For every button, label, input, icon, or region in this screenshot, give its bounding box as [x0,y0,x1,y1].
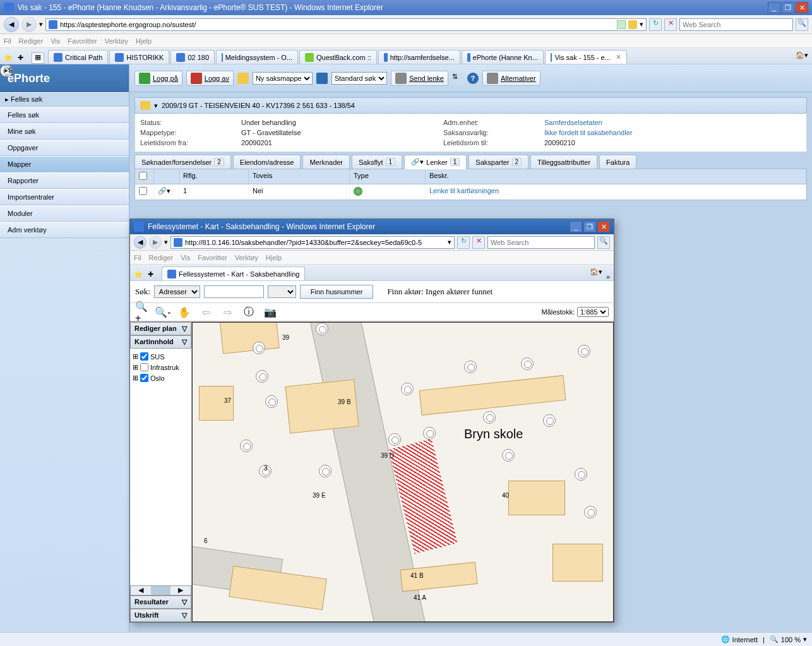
col-type[interactable]: Type [350,169,426,184]
nav-mine-søk[interactable]: Mine søk [0,123,129,140]
standard-sok-select[interactable]: Standard søk [331,72,387,85]
close-button[interactable]: ✕ [796,2,808,13]
search-icon[interactable] [316,73,328,84]
layer-item[interactable]: ⊞Oslo [133,373,189,383]
dropdown-icon[interactable]: ▾ [154,102,158,110]
acc-rediger-plan[interactable]: Rediger plan▽ [130,322,191,335]
zoom-in-icon[interactable]: 🔍+ [135,306,148,318]
expand-icon[interactable]: ⊞ [133,363,138,371]
search-input[interactable] [683,21,790,28]
menu-verktoy[interactable]: Verktøy [235,254,258,261]
nav-rapporter[interactable]: Rapporter [0,172,129,189]
tab-meldingssystem[interactable]: Meldingssystem - O... [216,50,298,64]
tab-samferdsel[interactable]: http://samferdselse... [378,50,460,64]
acc-utskrift[interactable]: Utskrift▽ [130,609,191,622]
expand-icon[interactable]: ⊞ [133,352,138,361]
home-icon[interactable]: 🏠▾ [590,268,602,280]
layer-checkbox[interactable] [140,352,148,361]
menu-rediger[interactable]: Rediger [149,254,174,261]
info-icon[interactable]: ⓘ [242,306,255,318]
popup-back-button[interactable]: ◀ [134,236,146,249]
map-canvas[interactable]: 39 37 39 B 39 D 39 E 3 6 40 41 B 41 A Br… [192,322,614,622]
row-beskr-link[interactable]: Lenke til kartløsningen [426,184,806,200]
popup-minimize-button[interactable]: _ [570,221,582,232]
add-favorite-icon[interactable]: ✚ [148,270,158,280]
doc-tab[interactable]: Eiendom/adresse [233,155,301,169]
col-beskr[interactable]: Beskr. [426,169,806,184]
doc-tab[interactable]: Saksparter 2 [469,155,528,169]
layer-item[interactable]: ⊞Infrastruk [133,362,189,373]
forward-button[interactable]: ▶ [21,17,37,32]
stop-button[interactable]: ✕ [664,18,677,31]
alternativer-button[interactable]: Alternativer [482,71,540,86]
search-box[interactable] [679,18,793,31]
url-dropdown-icon[interactable]: ▾ [640,20,643,28]
doc-tab[interactable]: Tilleggsattributter [530,155,597,169]
send-lenke-button[interactable]: Send lenke [391,71,448,86]
nav-oppgaver[interactable]: Oppgaver [0,140,129,156]
dropdown-icon[interactable]: ▾ [39,20,43,28]
next-extent-icon[interactable]: ⇨ [221,306,234,318]
sok-address-input[interactable] [204,285,264,298]
zoom-control[interactable]: 🔍100 % ▾ [770,635,807,643]
logg-av-button[interactable]: Logg av [186,71,234,86]
tab-02180[interactable]: 02 180 [170,50,215,64]
ny-saksmappe-select[interactable]: Ny saksmappe [253,72,313,85]
select-all-checkbox[interactable] [139,172,147,180]
popup-tab[interactable]: Fellessystemet - Kart - Saksbehandling [162,266,305,280]
popup-refresh-button[interactable]: ↻ [457,236,470,249]
favorites-star-icon[interactable]: ⭐ [134,270,144,280]
layer-checkbox[interactable] [140,374,148,382]
ssl-cert-icon[interactable] [617,20,626,29]
nav-adm-verktøy[interactable]: Adm verktøy [0,222,129,238]
folder-icon[interactable] [237,73,249,84]
tab-ephorte[interactable]: ePhorte (Hanne Kn... [462,50,544,64]
scroll-right-icon[interactable]: ▶ [170,586,191,595]
doc-tab[interactable]: Søknader/forsendelser 2 [134,155,231,169]
search-button[interactable]: 🔍 [796,18,808,31]
scroll-bar[interactable]: ◀▶ [130,585,191,595]
doc-tab[interactable]: Faktura [599,155,636,169]
col-toveis[interactable]: Toveis [249,169,350,184]
url-dropdown-icon[interactable]: ▾ [448,238,451,246]
popup-stop-button[interactable]: ✕ [472,236,485,249]
link-row-icon[interactable]: 🔗▾ [158,187,170,194]
tab-questback[interactable]: QuestBack.com :: [299,50,377,64]
dropdown-icon[interactable]: ▾ [164,238,168,246]
logg-pa-button[interactable]: Logg på [134,71,182,86]
popup-url-input[interactable] [185,239,445,246]
col-rflg[interactable]: Rflg. [179,169,249,184]
popup-address-bar[interactable]: ▾ [170,236,455,249]
more-icon[interactable]: » [606,273,610,280]
acc-kartinnhold[interactable]: Kartinnhold▽ [130,335,191,349]
nav-felles-søk[interactable]: Felles søk [0,107,129,123]
popup-search-button[interactable]: 🔍 [597,236,610,249]
maximize-button[interactable]: ❐ [782,2,794,13]
quick-tabs-icon[interactable]: ▦ [32,52,44,64]
add-favorite-icon[interactable]: ✚ [18,54,28,64]
nav-moduler[interactable]: Moduler [0,205,129,222]
popup-search-input[interactable] [491,239,592,246]
menu-fil[interactable]: Fil [134,254,141,261]
scroll-left-icon[interactable]: ◀ [131,586,151,595]
doc-tab[interactable]: 🔗▾ Lenker 1 [404,155,467,169]
url-input[interactable] [60,21,614,28]
layer-item[interactable]: ⊞SUS [133,351,189,362]
menu-vis[interactable]: Vis [51,37,60,45]
menu-hjelp[interactable]: Hjelp [266,254,282,261]
popup-search-box[interactable] [487,236,595,249]
home-icon[interactable]: 🏠▾ [796,51,808,64]
help-icon[interactable]: ? [467,73,479,84]
back-button[interactable]: ◀ [4,17,19,32]
sok-type-select[interactable]: Adresser [154,285,200,298]
expand-icon[interactable]: ⊞ [133,374,138,382]
tab-vis-sak[interactable]: Vis sak - 155 - e...✕ [545,50,627,64]
layer-checkbox[interactable] [140,363,148,371]
sidebar-item[interactable]: ▸Saker hvor Vann og avløp [1,65,12,75]
popup-forward-button[interactable]: ▶ [149,236,162,249]
doc-tab[interactable]: Merknader [302,155,350,169]
address-bar[interactable]: ▾ [45,18,647,31]
tab-historikk[interactable]: HISTORIKK [109,50,169,64]
refresh-button[interactable]: ↻ [649,18,662,31]
row-checkbox[interactable] [139,187,147,195]
